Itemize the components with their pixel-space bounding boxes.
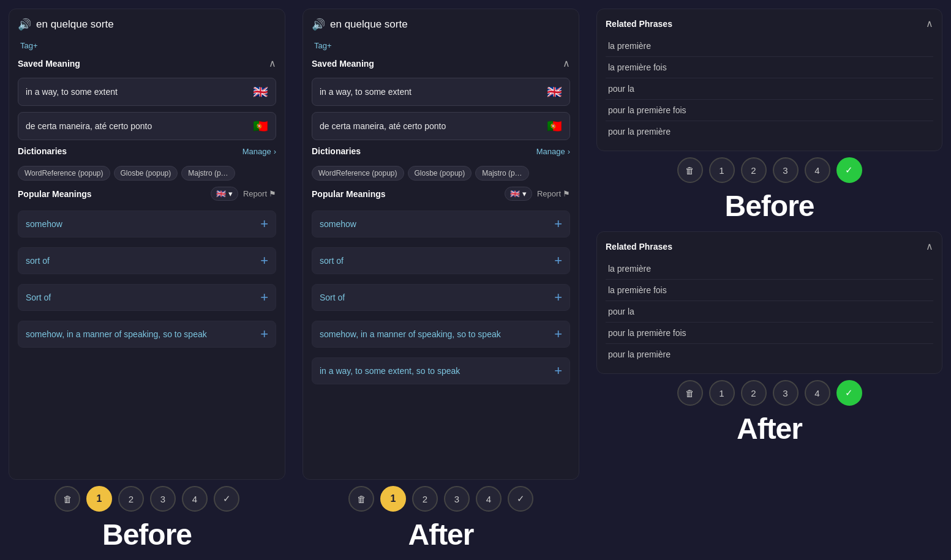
mid-dict-tag-0[interactable]: WordReference (popup) xyxy=(312,166,404,181)
mid-manage-label: Manage xyxy=(536,147,565,156)
left-meaning-pt: de certa maneira, até certo ponto 🇵🇹 xyxy=(18,112,276,140)
mid-manage-button[interactable]: Manage › xyxy=(536,147,570,156)
mid-report-button[interactable]: Report ⚑ xyxy=(537,189,570,198)
right-before-trash-button[interactable]: 🗑 xyxy=(677,157,703,183)
left-meaning-item-3: somehow, in a manner of speaking, so to … xyxy=(18,321,276,348)
mid-trash-button[interactable]: 🗑 xyxy=(348,486,374,512)
mid-popular-title: Popular Meanings xyxy=(312,189,386,199)
left-dict-tag-0[interactable]: WordReference (popup) xyxy=(18,166,110,181)
mid-check-button[interactable]: ✓ xyxy=(508,486,533,512)
left-lang-chevron: ▾ xyxy=(228,189,233,198)
right-after-btn4[interactable]: 4 xyxy=(805,380,830,406)
left-report-label: Report xyxy=(243,189,267,198)
right-before-btn2[interactable]: 2 xyxy=(741,157,767,183)
right-after-phrase-1: la première fois xyxy=(606,280,933,301)
left-saved-meaning-header: Saved Meaning ∧ xyxy=(18,58,276,69)
right-before-toolbar: 🗑 1 2 3 4 ✓ xyxy=(596,151,942,185)
mid-meaning-item-text-0: somehow xyxy=(320,219,554,229)
right-before-chevron[interactable]: ∧ xyxy=(926,18,933,29)
left-saved-meaning-title: Saved Meaning xyxy=(18,59,80,69)
mid-dict-tag-2[interactable]: Majstro (p… xyxy=(475,166,528,181)
left-add-btn-2[interactable]: + xyxy=(260,291,268,304)
mid-add-btn-2[interactable]: + xyxy=(554,291,562,304)
left-meaning-item-1: sort of + xyxy=(18,247,276,274)
left-meaning-pt-text: de certa maneira, até certo ponto xyxy=(26,121,152,131)
left-trash-button[interactable]: 🗑 xyxy=(55,486,80,512)
left-check-icon: ✓ xyxy=(223,493,231,504)
mid-btn2[interactable]: 2 xyxy=(412,486,438,512)
mid-lang-chevron: ▾ xyxy=(522,189,527,198)
left-meaning-item-text-0: somehow xyxy=(26,219,260,229)
right-before-btn4[interactable]: 4 xyxy=(805,157,830,183)
mid-add-btn-3[interactable]: + xyxy=(554,327,562,341)
right-before-phrases: la première la première fois pour la pou… xyxy=(606,35,933,142)
left-add-btn-0[interactable]: + xyxy=(260,217,268,231)
left-btn3[interactable]: 3 xyxy=(150,486,176,512)
right-after-phrase-2: pour la xyxy=(606,301,933,323)
right-after-trash-button[interactable]: 🗑 xyxy=(677,380,703,406)
mid-btn3[interactable]: 3 xyxy=(444,486,470,512)
left-btn1[interactable]: 1 xyxy=(86,486,112,512)
mid-btn4[interactable]: 4 xyxy=(476,486,502,512)
mid-flag-en: 🇬🇧 xyxy=(547,84,562,99)
mid-btn1[interactable]: 1 xyxy=(380,486,406,512)
left-toolbar: 🗑 1 2 3 4 ✓ xyxy=(9,480,285,514)
mid-tag-button[interactable]: Tag+ xyxy=(312,40,334,51)
right-before-phrase-3: pour la première fois xyxy=(606,100,933,121)
right-before-trash-icon: 🗑 xyxy=(685,165,694,176)
left-popular-header: Popular Meanings 🇬🇧 ▾ Report ⚑ xyxy=(18,187,276,201)
left-btn4[interactable]: 4 xyxy=(182,486,208,512)
mid-add-btn-1[interactable]: + xyxy=(554,254,562,267)
right-after-card: Related Phrases ∧ la première la premièr… xyxy=(596,231,942,374)
right-after-trash-icon: 🗑 xyxy=(685,388,694,398)
left-flag-pt: 🇵🇹 xyxy=(253,119,268,133)
mid-dict-tags: WordReference (popup) Glosbe (popup) Maj… xyxy=(312,166,570,181)
left-manage-chevron: › xyxy=(274,147,276,156)
left-report-button[interactable]: Report ⚑ xyxy=(243,189,276,198)
right-after-chevron[interactable]: ∧ xyxy=(926,241,933,252)
mid-add-btn-4[interactable]: + xyxy=(554,364,562,378)
right-after-related-title: Related Phrases xyxy=(606,242,672,252)
left-saved-meaning-chevron[interactable]: ∧ xyxy=(269,58,276,69)
left-add-btn-3[interactable]: + xyxy=(260,327,268,341)
left-lang-selector[interactable]: 🇬🇧 ▾ xyxy=(211,187,238,201)
right-after-btn1[interactable]: 1 xyxy=(709,380,735,406)
mid-meaning-item-4: in a way, to some extent, so to speak + xyxy=(312,357,570,384)
mid-speaker-icon[interactable]: 🔊 xyxy=(312,18,325,31)
right-before-btn1[interactable]: 1 xyxy=(709,157,735,183)
mid-saved-meaning-chevron[interactable]: ∧ xyxy=(563,58,570,69)
right-before-btn3[interactable]: 3 xyxy=(773,157,799,183)
right-after-btn3[interactable]: 3 xyxy=(773,380,799,406)
left-manage-button[interactable]: Manage › xyxy=(242,147,276,156)
mid-saved-meaning-title: Saved Meaning xyxy=(312,59,374,69)
left-add-btn-1[interactable]: + xyxy=(260,254,268,267)
left-dict-tag-1[interactable]: Glosbe (popup) xyxy=(114,166,178,181)
mid-toolbar: 🗑 1 2 3 4 ✓ xyxy=(303,480,579,514)
mid-card: 🔊 en quelque sorte Tag+ Saved Meaning ∧ … xyxy=(303,9,579,480)
mid-meaning-item-0: somehow + xyxy=(312,211,570,237)
left-card-label: Before xyxy=(9,518,285,551)
left-meaning-item-text-1: sort of xyxy=(26,256,260,266)
mid-meaning-item-text-2: Sort of xyxy=(320,293,554,302)
right-after-btn2[interactable]: 2 xyxy=(741,380,767,406)
left-column: 🔊 en quelque sorte Tag+ Saved Meaning ∧ … xyxy=(0,0,294,560)
right-before-phrase-4: pour la première xyxy=(606,121,933,142)
mid-dict-tag-1[interactable]: Glosbe (popup) xyxy=(408,166,472,181)
left-speaker-icon[interactable]: 🔊 xyxy=(18,18,31,31)
left-tag-button[interactable]: Tag+ xyxy=(18,40,40,51)
left-trash-icon: 🗑 xyxy=(63,494,72,504)
left-dict-title: Dictionaries xyxy=(18,146,67,156)
right-before-check-button[interactable]: ✓ xyxy=(836,157,862,183)
left-check-button[interactable]: ✓ xyxy=(214,486,239,512)
right-after-check-button[interactable]: ✓ xyxy=(836,380,862,406)
left-dict-tag-2[interactable]: Majstro (p… xyxy=(181,166,235,181)
mid-add-btn-0[interactable]: + xyxy=(554,217,562,231)
mid-column: 🔊 en quelque sorte Tag+ Saved Meaning ∧ … xyxy=(294,0,588,560)
right-before-check-icon: ✓ xyxy=(845,165,853,176)
right-after-phrase-4: pour la première xyxy=(606,344,933,365)
right-after-phrases: la première la première fois pour la pou… xyxy=(606,258,933,365)
mid-lang-selector[interactable]: 🇬🇧 ▾ xyxy=(505,187,532,201)
right-before-section: Related Phrases ∧ la première la premièr… xyxy=(596,9,942,223)
left-btn2[interactable]: 2 xyxy=(118,486,144,512)
mid-meaning-en-text: in a way, to some extent xyxy=(320,87,412,97)
